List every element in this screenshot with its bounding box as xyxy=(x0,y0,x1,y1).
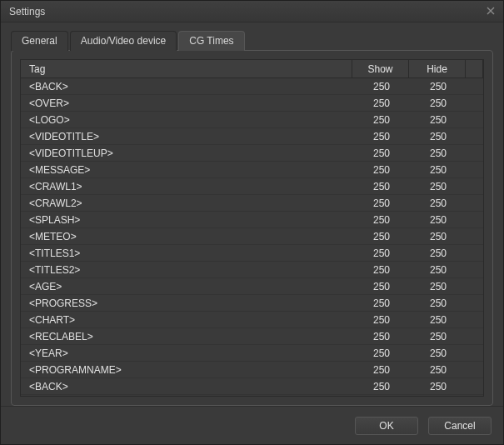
cell-show[interactable]: 250 xyxy=(353,95,410,111)
cell-hide[interactable]: 250 xyxy=(410,328,467,344)
cell-tag[interactable]: <VIDEOTITLE> xyxy=(21,128,353,144)
cell-gap xyxy=(467,362,483,378)
cell-tag[interactable]: <YEAR> xyxy=(21,345,353,361)
cell-show[interactable]: 250 xyxy=(353,228,410,244)
table-row[interactable]: <AGE>250250 xyxy=(21,278,483,295)
cell-hide[interactable]: 250 xyxy=(410,295,467,311)
column-header-gap xyxy=(466,60,483,78)
table-row[interactable]: <VIDEOTITLEUP>250250 xyxy=(21,145,483,162)
cell-show[interactable]: 250 xyxy=(353,178,410,194)
cell-show[interactable]: 250 xyxy=(353,328,410,344)
cell-tag[interactable]: <METEO> xyxy=(21,228,353,244)
cell-show[interactable]: 250 xyxy=(353,145,410,161)
cell-show[interactable]: 250 xyxy=(353,345,410,361)
cell-show[interactable]: 250 xyxy=(353,312,410,328)
table-row[interactable]: <PROGRAMNAME>250250 xyxy=(21,362,483,378)
cell-show[interactable]: 250 xyxy=(353,78,410,94)
table-row[interactable]: <MESSAGE>250250 xyxy=(21,162,483,178)
cell-hide[interactable]: 250 xyxy=(410,312,467,328)
table-row[interactable]: <BACK>250250 xyxy=(21,378,483,395)
cell-hide[interactable]: 250 xyxy=(410,245,467,261)
settings-window: Settings General Audio/Video device CG T… xyxy=(0,0,504,445)
cell-tag[interactable]: <CRAWL1> xyxy=(21,178,353,194)
cell-tag[interactable]: <PROGRAMNAME> xyxy=(21,362,353,378)
cell-gap xyxy=(467,195,483,211)
cell-hide[interactable]: 250 xyxy=(410,278,467,294)
cell-hide[interactable]: 250 xyxy=(410,112,467,128)
cell-tag[interactable]: <TITLES1> xyxy=(21,245,353,261)
cell-tag[interactable]: <PROGRESS> xyxy=(21,295,353,311)
cell-gap xyxy=(467,262,483,278)
ok-button[interactable]: OK xyxy=(355,417,418,435)
table-row[interactable]: <YEAR>250250 xyxy=(21,345,483,362)
window-title: Settings xyxy=(9,6,45,18)
cell-tag[interactable]: <BACK> xyxy=(21,78,353,94)
cell-hide[interactable]: 250 xyxy=(410,262,467,278)
cell-tag[interactable]: <AGE> xyxy=(21,278,353,294)
cell-gap xyxy=(467,328,483,344)
cell-tag[interactable]: <CHART> xyxy=(21,312,353,328)
cell-show[interactable]: 250 xyxy=(353,212,410,228)
column-header-hide[interactable]: Hide xyxy=(409,60,466,78)
cell-show[interactable]: 250 xyxy=(353,295,410,311)
table-row[interactable]: <CHART>250250 xyxy=(21,312,483,328)
cell-show[interactable]: 250 xyxy=(353,262,410,278)
cell-tag[interactable]: <BACK> xyxy=(21,378,353,394)
table-row[interactable]: <OVER>250250 xyxy=(21,95,483,112)
cell-hide[interactable]: 250 xyxy=(410,195,467,211)
client-area: General Audio/Video device CG Times Tag … xyxy=(1,22,503,406)
cell-show[interactable]: 250 xyxy=(353,112,410,128)
table-row[interactable]: <RECLABEL>250250 xyxy=(21,328,483,345)
cell-hide[interactable]: 250 xyxy=(410,212,467,228)
table-row[interactable]: <TITLES1>250250 xyxy=(21,245,483,262)
cell-hide[interactable]: 250 xyxy=(410,145,467,161)
table-row[interactable]: <CRAWL2>250250 xyxy=(21,195,483,212)
grid-body[interactable]: <BACK>250250<OVER>250250<LOGO>250250<VID… xyxy=(21,78,483,396)
cancel-button[interactable]: Cancel xyxy=(428,417,492,435)
table-row[interactable]: <LOGO>250250 xyxy=(21,112,483,128)
cell-show[interactable]: 250 xyxy=(353,128,410,144)
cell-show[interactable]: 250 xyxy=(353,162,410,178)
cg-times-grid: Tag Show Hide <BACK>250250<OVER>250250<L… xyxy=(20,59,484,397)
cell-hide[interactable]: 250 xyxy=(410,95,467,111)
table-row[interactable]: <SPLASH>250250 xyxy=(21,212,483,228)
cell-tag[interactable]: <MESSAGE> xyxy=(21,162,353,178)
cell-tag[interactable]: <LOGO> xyxy=(21,112,353,128)
cell-hide[interactable]: 250 xyxy=(410,128,467,144)
tab-general[interactable]: General xyxy=(11,31,68,51)
cell-tag[interactable]: <TITLES2> xyxy=(21,262,353,278)
cell-show[interactable]: 250 xyxy=(353,378,410,394)
close-button[interactable] xyxy=(483,5,498,18)
table-row[interactable]: <TITLES2>250250 xyxy=(21,262,483,278)
cell-hide[interactable]: 250 xyxy=(410,162,467,178)
cell-tag[interactable]: <OVER> xyxy=(21,95,353,111)
table-row[interactable]: <PROGRESS>250250 xyxy=(21,295,483,312)
cell-show[interactable]: 250 xyxy=(353,278,410,294)
table-row[interactable]: <CRAWL1>250250 xyxy=(21,178,483,195)
cell-hide[interactable]: 250 xyxy=(410,378,467,394)
close-icon xyxy=(487,6,495,18)
tab-audio-video-device[interactable]: Audio/Video device xyxy=(70,31,177,51)
dialog-footer: OK Cancel xyxy=(1,406,503,444)
table-row[interactable]: <VIDEOTITLE>250250 xyxy=(21,128,483,145)
cell-hide[interactable]: 250 xyxy=(410,345,467,361)
tab-cg-times[interactable]: CG Times xyxy=(178,31,244,51)
cell-hide[interactable]: 250 xyxy=(410,228,467,244)
column-header-show[interactable]: Show xyxy=(352,60,409,78)
table-row[interactable]: <METEO>250250 xyxy=(21,228,483,245)
cell-hide[interactable]: 250 xyxy=(410,178,467,194)
cell-hide[interactable]: 250 xyxy=(410,362,467,378)
cell-show[interactable]: 250 xyxy=(353,195,410,211)
cell-show[interactable]: 250 xyxy=(353,362,410,378)
cell-gap xyxy=(467,95,483,111)
cell-gap xyxy=(467,178,483,194)
cell-show[interactable]: 250 xyxy=(353,245,410,261)
cell-tag[interactable]: <CRAWL2> xyxy=(21,195,353,211)
column-header-tag[interactable]: Tag xyxy=(21,60,352,78)
cell-tag[interactable]: <RECLABEL> xyxy=(21,328,353,344)
cell-hide[interactable]: 250 xyxy=(410,78,467,94)
table-row[interactable]: <BACK>250250 xyxy=(21,78,483,95)
cell-tag[interactable]: <SPLASH> xyxy=(21,212,353,228)
cell-gap xyxy=(467,245,483,261)
cell-tag[interactable]: <VIDEOTITLEUP> xyxy=(21,145,353,161)
